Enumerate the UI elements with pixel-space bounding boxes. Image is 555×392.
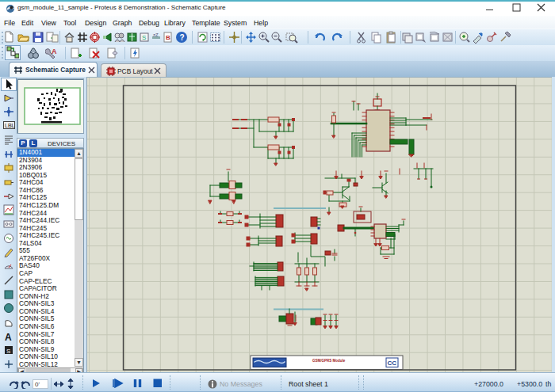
svg-text:A: A [5, 332, 12, 342]
svg-text:zZ: zZ [153, 32, 159, 37]
svg-text:CC: CC [388, 360, 397, 367]
svg-text:GSM/GPRS Module: GSM/GPRS Module [312, 359, 346, 363]
svg-text:A: A [52, 48, 57, 55]
svg-text:S: S [6, 348, 10, 355]
svg-text:B: B [166, 34, 170, 41]
svg-text:S: S [142, 34, 146, 41]
svg-text:?: ? [180, 33, 185, 42]
svg-text:LBL: LBL [5, 123, 15, 128]
